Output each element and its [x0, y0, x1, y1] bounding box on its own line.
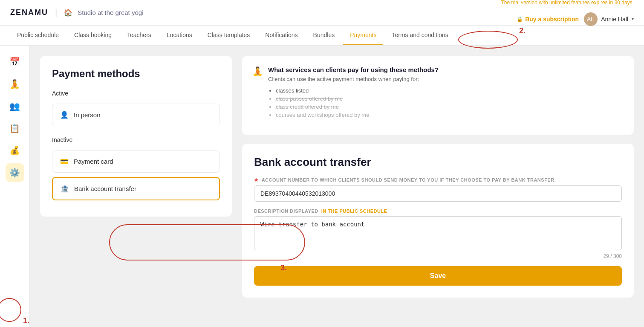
right-panels: 🧘 What services can clients pay for usin…	[242, 56, 634, 318]
char-count: 29 / 300	[254, 253, 622, 259]
topbar-left: ZENAMU | 🏠 Studio at the great yogi	[10, 8, 143, 17]
nav-item-locations[interactable]: Locations	[160, 26, 199, 45]
payment-methods-panel: Payment methods Active 👤 In person Inact…	[40, 56, 232, 217]
nav-item-public-schedule[interactable]: Public schedule	[10, 26, 66, 45]
description-textarea[interactable]: Wire transfer to bank account	[254, 216, 622, 250]
info-list-item-2: class passes offered by me	[276, 95, 439, 102]
payment-method-bank[interactable]: 🏦 Bank account transfer	[52, 177, 220, 200]
studio-name: Studio at the great yogi	[78, 9, 143, 16]
nav: Public schedule Class booking Teachers L…	[0, 26, 644, 46]
nav-item-teachers[interactable]: Teachers	[120, 26, 158, 45]
avatar: AH	[584, 12, 598, 26]
bank-card-title: Bank account transfer	[254, 156, 622, 169]
info-list-item-3: class credit offered by me	[276, 104, 439, 110]
sidebar-item-settings[interactable]: ⚙️	[6, 163, 24, 182]
panel-title: Payment methods	[52, 68, 220, 80]
topbar-right-row: 🔒 Buy a subscription AH Annie Hall ▾	[517, 12, 634, 26]
buy-subscription-link[interactable]: 🔒 Buy a subscription	[517, 16, 579, 23]
save-button[interactable]: Save	[254, 266, 622, 286]
bank-card: Bank account transfer ★ ACCOUNT NUMBER T…	[242, 144, 634, 298]
nav-item-bundles[interactable]: Bundles	[306, 26, 342, 45]
active-label: Active	[52, 90, 220, 97]
user-menu[interactable]: AH Annie Hall ▾	[584, 12, 634, 26]
user-name: Annie Hall	[601, 16, 628, 23]
home-icon[interactable]: 🏠	[64, 9, 72, 17]
lock-icon: 🔒	[517, 16, 523, 22]
info-card-subtitle: Clients can use the active payment metho…	[268, 76, 439, 82]
info-list: classes listed class passes offered by m…	[268, 87, 439, 118]
nav-item-class-booking[interactable]: Class booking	[67, 26, 118, 45]
inactive-label: Inactive	[52, 136, 220, 143]
nav-item-terms[interactable]: Terms and conditions	[385, 26, 455, 45]
account-number-input[interactable]	[254, 185, 622, 202]
nav-item-class-templates[interactable]: Class templates	[201, 26, 257, 45]
card-icon: 💳	[60, 157, 69, 165]
logo: ZENAMU	[10, 8, 48, 17]
info-list-item-1: classes listed	[276, 87, 439, 94]
topbar: ZENAMU | 🏠 Studio at the great yogi The …	[0, 0, 644, 26]
info-icon: 🧘	[252, 66, 263, 76]
nav-item-payments[interactable]: Payments	[343, 26, 383, 45]
info-card-header: 🧘 What services can clients pay for usin…	[252, 66, 624, 120]
sidebar: 📅 🧘 👥 📋 💰 ⚙️ 1.	[0, 46, 30, 327]
sidebar-item-calendar[interactable]: 📅	[6, 52, 24, 71]
main-content: Payment methods Active 👤 In person Inact…	[30, 46, 644, 327]
payment-method-card-label: Payment card	[74, 158, 113, 165]
person-icon: 👤	[60, 111, 69, 119]
description-field-label: DESCRIPTION DISPLAYED IN THE PUBLIC SCHE…	[254, 208, 622, 214]
sidebar-item-classes[interactable]: 🧘	[6, 75, 24, 93]
chevron-down-icon: ▾	[632, 17, 634, 21]
nav-item-notifications[interactable]: Notifications	[258, 26, 304, 45]
sidebar-item-users[interactable]: 👥	[6, 97, 24, 116]
payment-method-in-person-label: In person	[74, 111, 101, 119]
trial-notice: The trial version with unlimited feature…	[501, 0, 634, 6]
sidebar-item-payments[interactable]: 💰	[6, 141, 24, 160]
layout: 📅 🧘 👥 📋 💰 ⚙️ 1. Payment methods Active 👤…	[0, 46, 644, 327]
payment-method-bank-label: Bank account transfer	[74, 185, 136, 192]
payment-method-in-person[interactable]: 👤 In person	[52, 104, 220, 126]
info-card: 🧘 What services can clients pay for usin…	[242, 56, 634, 135]
topbar-right: The trial version with unlimited feature…	[501, 0, 634, 26]
account-field-label: ★ ACCOUNT NUMBER TO WHICH CLIENTS SHOULD…	[254, 177, 622, 183]
info-list-item-4: courses and workshops offered by me	[276, 112, 439, 118]
bank-icon: 🏦	[61, 185, 69, 193]
info-card-title: What services can clients pay for using …	[268, 66, 439, 73]
public-schedule-link[interactable]: IN THE PUBLIC SCHEDULE	[321, 208, 387, 214]
payment-method-card[interactable]: 💳 Payment card	[52, 150, 220, 173]
sidebar-item-reports[interactable]: 📋	[6, 119, 24, 138]
